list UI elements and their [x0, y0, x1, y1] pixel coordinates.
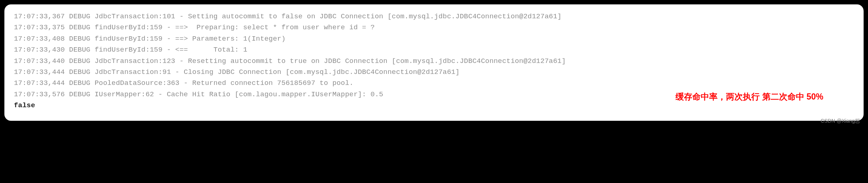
log-line: 17:07:33,444 DEBUG JdbcTransaction:91 - … — [14, 67, 854, 78]
log-line: 17:07:33,440 DEBUG JdbcTransaction:123 -… — [14, 56, 854, 67]
result-value: false — [14, 101, 35, 109]
log-line: 17:07:33,408 DEBUG findUserById:159 - ==… — [14, 33, 854, 44]
log-lines-container: 17:07:33,367 DEBUG JdbcTransaction:101 -… — [14, 11, 854, 100]
watermark-text: CSDN @Xiang想 — [820, 118, 860, 124]
annotation-text: 缓存命中率，两次执行 第二次命中 50% — [676, 91, 823, 102]
console-output: 17:07:33,367 DEBUG JdbcTransaction:101 -… — [4, 4, 864, 121]
log-line: 17:07:33,367 DEBUG JdbcTransaction:101 -… — [14, 11, 854, 22]
log-line: 17:07:33,430 DEBUG findUserById:159 - <=… — [14, 44, 854, 55]
log-line: 17:07:33,444 DEBUG PooledDataSource:363 … — [14, 78, 854, 89]
log-line: 17:07:33,375 DEBUG findUserById:159 - ==… — [14, 22, 854, 33]
